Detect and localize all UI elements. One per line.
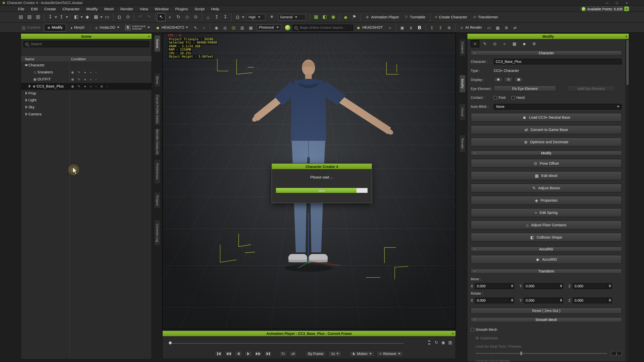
- tab-preference[interactable]: Preference: [154, 159, 160, 184]
- move-x-spinner[interactable]: [510, 283, 514, 288]
- modify-tab[interactable]: ≡ Modify: [44, 24, 66, 31]
- character-pose-icon[interactable]: ☻: [341, 13, 350, 21]
- tree-row-character[interactable]: Character: [21, 62, 151, 69]
- rotate-tool-icon[interactable]: ↻: [174, 13, 183, 21]
- animation-player-close-icon[interactable]: ×: [452, 331, 454, 336]
- frame-rate-dropdown[interactable]: 1s: [328, 351, 342, 357]
- tab-scene[interactable]: Scene: [154, 35, 160, 52]
- texture-icon[interactable]: ▦: [510, 40, 519, 47]
- menu-script[interactable]: Script: [191, 6, 208, 11]
- material-icon[interactable]: ●: [84, 71, 86, 74]
- online-content-search[interactable]: [293, 24, 353, 30]
- rotate-x-spinner[interactable]: [510, 298, 514, 303]
- edit-spring-button[interactable]: ≈ Edit Spring: [471, 208, 622, 217]
- optimize-decimate-button[interactable]: ⊗ Optimize and Decimate: [471, 138, 622, 147]
- character-name-field[interactable]: CC3_Base_Plus: [494, 59, 622, 64]
- turntable-button[interactable]: ↻ Turntable: [402, 13, 428, 21]
- section-character[interactable]: − Character: [471, 51, 622, 56]
- menu-mesh[interactable]: Mesh: [101, 6, 117, 11]
- go-to-end-button[interactable]: [264, 351, 272, 357]
- scene-panel-header[interactable]: Scene ×: [21, 34, 151, 39]
- tab-project[interactable]: Project: [154, 192, 160, 208]
- character-icon[interactable]: ☻: [520, 40, 529, 47]
- adjust-floor-contacts-button[interactable]: ⌂ Adjust Floor Contacts: [471, 220, 622, 230]
- show-gizmo-icon[interactable]: ◧: [320, 13, 329, 21]
- section-modify[interactable]: − Modify: [471, 151, 622, 156]
- mesh-icon[interactable]: ▫: [95, 78, 97, 81]
- drop-to-floor-icon[interactable]: ↧: [221, 13, 229, 21]
- move-x-field[interactable]: 0.000: [475, 283, 514, 289]
- shadow-icon[interactable]: ●: [90, 78, 92, 81]
- save-project-icon[interactable]: ▥: [34, 13, 42, 21]
- mode-dropdown[interactable]: General: [278, 14, 306, 20]
- move-y-spinner[interactable]: [558, 283, 562, 288]
- visibility-icon[interactable]: ◉: [71, 78, 74, 81]
- new-project-icon[interactable]: ▤: [16, 13, 25, 21]
- column-name[interactable]: Name: [21, 57, 67, 61]
- pivot-edit-icon[interactable]: ⊙: [191, 13, 200, 21]
- visibility-icon[interactable]: ◉: [71, 71, 74, 74]
- expander-closed-icon[interactable]: [24, 112, 28, 116]
- upload-icon[interactable]: ↥: [428, 23, 436, 32]
- tab-render[interactable]: Render: [459, 135, 466, 153]
- link-icon[interactable]: ⇄: [511, 23, 519, 32]
- tab-console-log[interactable]: Console Log: [154, 219, 160, 246]
- snap-icon[interactable]: Ω: [115, 13, 124, 21]
- rotate-y-spinner[interactable]: [558, 298, 562, 303]
- rotate-z-spinner[interactable]: [608, 298, 612, 303]
- attributes-icon[interactable]: ≡: [471, 40, 479, 47]
- flag-icon[interactable]: ⚑: [350, 13, 358, 21]
- menu-create[interactable]: Create: [41, 6, 59, 11]
- viewport-3d[interactable]: FPS : 0 Project Triangle : 50380 Selecte…: [162, 33, 456, 329]
- render-camera-icon[interactable]: ◉: [212, 23, 221, 32]
- move-z-field[interactable]: 0.000: [573, 283, 612, 289]
- scale-tool-icon[interactable]: ◇: [183, 13, 191, 21]
- section-accurig[interactable]: − AccuRIG: [471, 247, 622, 252]
- subdivision-slider-handle[interactable]: [520, 351, 522, 355]
- rotate-y-field[interactable]: 0.000: [524, 297, 563, 303]
- menu-plugins[interactable]: Plugins: [172, 6, 191, 11]
- move-z-spinner[interactable]: [608, 283, 612, 288]
- transformer-button[interactable]: ⇄ Transformer: [470, 13, 501, 21]
- fix-eye-element-button[interactable]: Fix Eye Element: [494, 85, 556, 92]
- tree-row-sneakers[interactable]: ◇ Sneakers ◉ ✎ ● ● ▫: [21, 69, 151, 76]
- tab-visual[interactable]: Visual: [459, 103, 466, 121]
- modify-scrollbar[interactable]: [626, 39, 629, 361]
- menu-view[interactable]: View: [137, 6, 151, 11]
- grid-tool-icon[interactable]: ▦: [92, 13, 100, 21]
- lighting-icon[interactable]: ☀: [267, 13, 276, 21]
- expander-closed-icon[interactable]: [24, 98, 28, 102]
- scene-search-input[interactable]: [30, 41, 147, 47]
- expander-closed-icon[interactable]: [27, 84, 31, 88]
- image-export-icon[interactable]: ▦: [247, 23, 255, 32]
- grid-add-icon[interactable]: ▦: [494, 23, 502, 32]
- move-up-icon[interactable]: ↥: [212, 13, 221, 21]
- expander-open-icon[interactable]: [24, 63, 28, 67]
- expander-closed-icon[interactable]: [24, 91, 28, 95]
- scene-search[interactable]: [23, 41, 149, 47]
- display-mode-1-button[interactable]: ◉: [494, 77, 503, 82]
- menu-render[interactable]: Render: [117, 6, 137, 11]
- store-bag-icon[interactable]: ▣: [398, 23, 407, 32]
- material-icon[interactable]: ●: [84, 78, 86, 81]
- shader-ball-icon[interactable]: [285, 25, 291, 30]
- tab-content[interactable]: Content: [459, 39, 466, 56]
- collapse-icon[interactable]: −: [473, 151, 475, 155]
- section-smooth-mesh[interactable]: − Smooth Mesh: [471, 317, 622, 322]
- pingpong-mode-button[interactable]: ⇄: [289, 351, 297, 357]
- edit-mesh-button[interactable]: ▦ Edit Mesh: [471, 171, 622, 180]
- edit-icon[interactable]: ✎: [78, 84, 80, 88]
- rotate-z-field[interactable]: 0.000: [573, 297, 612, 303]
- asset-icon[interactable]: ◆: [83, 13, 92, 21]
- rotate-x-field[interactable]: 0.000: [475, 297, 514, 303]
- camera-view-icon[interactable]: ◉: [329, 13, 338, 21]
- snap-options-icon[interactable]: Ω: [233, 13, 242, 21]
- content-tab[interactable]: ▤ Content: [18, 24, 44, 31]
- pivot-icon[interactable]: ⊙: [124, 13, 132, 21]
- collision-shape-button[interactable]: ◧ Collision Shape: [471, 233, 622, 242]
- tree-row-outfit[interactable]: ▣ OUTFIT ◉ ✎ ● ● ▫: [21, 76, 151, 83]
- menu-window[interactable]: Window: [151, 6, 172, 11]
- loop-playback-icon[interactable]: ↻: [435, 340, 438, 345]
- tree-row-cc3-base-plus[interactable]: ☻ CC3_Base_Plus ◉ ✎ ● ● ▫ ⊗ ▫: [21, 83, 151, 90]
- menu-character[interactable]: Character: [59, 6, 83, 11]
